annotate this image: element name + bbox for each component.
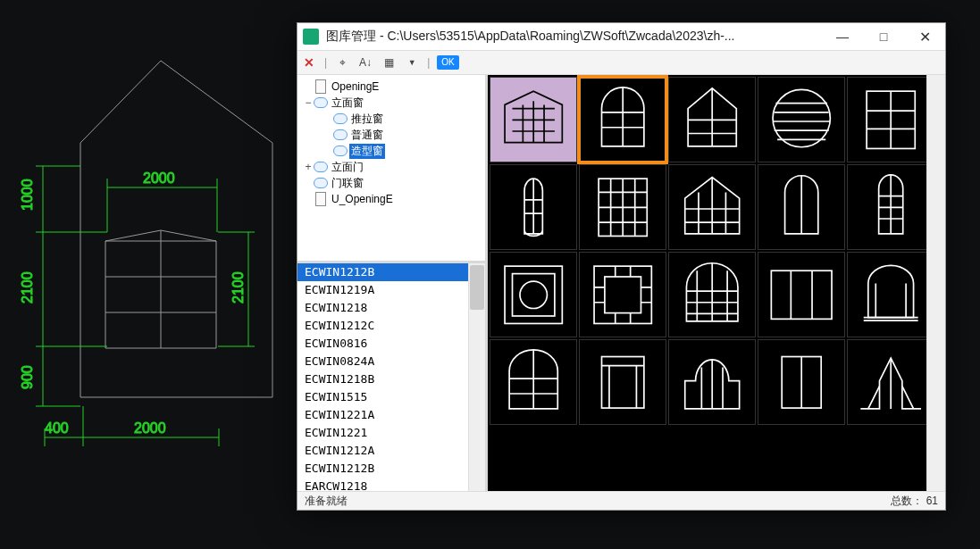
thumbnail-arch-plain[interactable] xyxy=(758,164,845,250)
maximize-button[interactable]: □ xyxy=(863,23,904,50)
thumbnail-arch-double[interactable] xyxy=(490,339,577,425)
toolbar-sort-icon[interactable]: A↓ xyxy=(357,54,373,71)
list-item[interactable]: ECWIN1515 xyxy=(297,388,485,406)
dim-bottom-1: 400 xyxy=(45,420,69,436)
cloud-icon xyxy=(314,96,328,109)
tree-item[interactable]: −立面窗 xyxy=(299,95,483,111)
tree-item-label: OpeningE xyxy=(330,80,381,93)
thumbnail-square-frame[interactable] xyxy=(579,252,666,337)
dim-top: 2000 xyxy=(143,171,175,186)
list-item[interactable]: ECWIN0816 xyxy=(297,335,485,353)
toolbar-ok-button[interactable]: OK xyxy=(437,55,458,70)
status-bar: 准备就绪 总数： 61 xyxy=(297,491,945,510)
list-item[interactable]: ECWIN1218 xyxy=(297,299,485,317)
list-item[interactable]: ECWIN1219A xyxy=(297,281,485,299)
thumbnail-arch-tall[interactable] xyxy=(847,164,926,250)
tree-item-label: 立面窗 xyxy=(330,96,365,111)
toolbar-dropdown-icon[interactable]: ▼ xyxy=(404,54,420,71)
cloud-icon xyxy=(333,145,348,157)
toolbar-separator: | xyxy=(427,56,430,69)
tree-item[interactable]: 门联窗 xyxy=(299,175,483,191)
tree-item[interactable]: +立面门 xyxy=(299,159,483,175)
minimize-button[interactable]: — xyxy=(822,23,863,50)
list-item[interactable]: ECWIN1221 xyxy=(297,424,485,442)
toolbar-cancel-icon[interactable]: ✕ xyxy=(301,54,317,71)
list-item[interactable]: ECWIN1212B xyxy=(297,460,485,478)
thumbnail-plain-pane[interactable] xyxy=(758,339,845,425)
dim-left-1: 1000 xyxy=(20,179,35,211)
thumbnail-house-grid[interactable] xyxy=(490,77,577,162)
window-title: 图库管理 - C:\Users\53515\AppData\Roaming\ZW… xyxy=(326,29,822,45)
svg-rect-23 xyxy=(594,266,651,323)
list-item[interactable]: ECWIN1212C xyxy=(297,317,485,335)
app-icon xyxy=(303,29,319,45)
cloud-icon xyxy=(333,112,348,125)
list-item[interactable]: ECWIN0824A xyxy=(297,353,485,370)
tree-item-label: 立面门 xyxy=(330,160,365,175)
thumbnail-square-ring[interactable] xyxy=(490,252,577,337)
thumbnail-small-grid[interactable] xyxy=(579,339,666,425)
tree-item[interactable]: U_OpeningE xyxy=(299,191,483,207)
tree-item[interactable]: 普通窗 xyxy=(299,127,483,143)
thumbnail-grid[interactable] xyxy=(488,75,926,491)
svg-rect-25 xyxy=(771,270,832,319)
close-button[interactable]: ✕ xyxy=(904,23,945,50)
thumbnail-gable-house[interactable] xyxy=(847,339,926,425)
thumb-scrollbar[interactable] xyxy=(926,75,945,491)
scrollbar-rail[interactable] xyxy=(468,263,485,491)
list-item[interactable]: ECWIN1212B xyxy=(297,263,485,281)
svg-rect-24 xyxy=(605,277,641,313)
titlebar[interactable]: 图库管理 - C:\Users\53515\AppData\Roaming\ZW… xyxy=(297,23,945,50)
category-tree[interactable]: OpeningE−立面窗推拉窗普通窗造型窗+立面门门联窗U_OpeningE xyxy=(297,75,485,263)
dim-left-2: 2100 xyxy=(20,271,35,304)
svg-rect-20 xyxy=(505,266,562,323)
thumbnail-peak-window[interactable] xyxy=(668,77,756,162)
thumbnail-arch-grid[interactable] xyxy=(668,252,756,337)
list-item[interactable]: ECWIN1218B xyxy=(297,370,485,388)
dim-bottom-2: 2000 xyxy=(134,420,166,436)
svg-point-17 xyxy=(773,89,830,146)
thumbnail-arch-window[interactable] xyxy=(579,77,666,162)
document-icon xyxy=(314,80,328,93)
dim-right-1: 2100 xyxy=(230,271,246,304)
tree-toggle[interactable]: − xyxy=(303,96,314,109)
thumbnail-pill-window[interactable] xyxy=(490,164,577,250)
thumbnail-triple-pane[interactable] xyxy=(758,252,845,337)
cloud-icon xyxy=(314,161,328,173)
library-manager-dialog: 图库管理 - C:\Users\53515\AppData\Roaming\ZW… xyxy=(297,22,946,511)
tree-toggle[interactable]: + xyxy=(303,161,314,173)
tree-item-label: 造型窗 xyxy=(349,144,385,159)
toolbar-separator: | xyxy=(324,56,327,69)
toolbar-filter-icon[interactable]: ⌖ xyxy=(334,54,350,71)
status-ready: 准备就绪 xyxy=(305,494,348,509)
tree-item-label: U_OpeningE xyxy=(330,193,395,205)
thumbnail-circle-blinds[interactable] xyxy=(758,77,845,162)
tree-item-label: 推拉窗 xyxy=(349,112,385,127)
block-name-list[interactable]: ECWIN1212BECWIN1219AECWIN1218ECWIN1212CE… xyxy=(297,263,485,491)
document-icon xyxy=(314,193,328,205)
svg-rect-26 xyxy=(601,356,643,408)
dim-left-3: 900 xyxy=(20,365,35,389)
thumbnail-arch-triple[interactable] xyxy=(668,339,756,425)
thumbnail-grid-window[interactable] xyxy=(847,77,926,162)
tree-item[interactable]: 造型窗 xyxy=(299,143,483,159)
list-item[interactable]: ECWIN1212A xyxy=(297,442,485,460)
toolbar-grid-icon[interactable]: ▦ xyxy=(381,54,397,71)
thumbnail-gable-grid[interactable] xyxy=(668,164,756,250)
cloud-icon xyxy=(314,177,328,189)
toolbar: ✕ | ⌖ A↓ ▦ ▼ | OK xyxy=(297,50,945,75)
svg-point-22 xyxy=(520,281,547,308)
thumbnail-grid-dense[interactable] xyxy=(579,164,666,250)
tree-item[interactable]: 推拉窗 xyxy=(299,111,483,127)
list-item[interactable]: EARCW1218 xyxy=(297,478,485,491)
list-item[interactable]: ECWIN1221A xyxy=(297,406,485,424)
tree-item[interactable]: OpeningE xyxy=(299,79,483,95)
tree-item-label: 门联窗 xyxy=(330,176,365,191)
svg-rect-21 xyxy=(512,273,554,315)
scrollbar-thumb[interactable] xyxy=(470,265,484,310)
status-count: 总数： 61 xyxy=(891,494,938,509)
thumbnail-fancy-window[interactable] xyxy=(847,252,926,337)
tree-item-label: 普通窗 xyxy=(349,128,385,143)
cloud-icon xyxy=(333,129,348,141)
